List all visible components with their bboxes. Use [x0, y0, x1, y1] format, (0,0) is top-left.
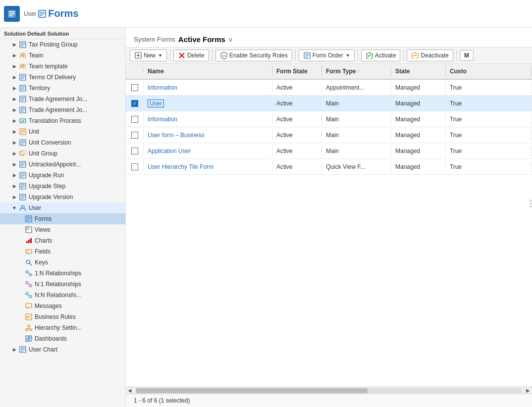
- form-order-button[interactable]: Form Order ▼: [299, 50, 355, 61]
- sidebar-child-messages[interactable]: Messages: [0, 301, 125, 311]
- expand-arrow: ▶: [11, 74, 18, 81]
- row-checkbox[interactable]: [126, 146, 144, 156]
- process-icon: [19, 117, 27, 125]
- sidebar-item-label: Upgrade Step: [29, 183, 65, 190]
- scrollbar-track[interactable]: [136, 388, 522, 393]
- hierarchy-icon: [25, 324, 33, 332]
- row-name-link[interactable]: Application User: [148, 148, 191, 154]
- sidebar-item-trade-agreement-2[interactable]: ▶ Trade Agreement Jo...: [0, 104, 125, 115]
- checkbox-unchecked[interactable]: [131, 132, 138, 139]
- scroll-left-arrow[interactable]: ◀: [126, 388, 134, 393]
- sidebar-child-fields[interactable]: Fields: [0, 246, 125, 257]
- row-name-link[interactable]: User form – Business: [148, 132, 205, 139]
- new-button[interactable]: New ▼: [130, 50, 167, 61]
- checkbox-checked[interactable]: ✓: [131, 100, 138, 107]
- sidebar-item-team[interactable]: ▶ Team: [0, 50, 125, 61]
- sidebar-item-unit-group[interactable]: ▶ Unit Group: [0, 148, 125, 159]
- more-button[interactable]: M: [460, 50, 474, 61]
- row-name[interactable]: Application User: [144, 146, 272, 156]
- sidebar-item-user-chart[interactable]: ▶ User Chart: [0, 344, 125, 355]
- sidebar-item-upgrade-version[interactable]: ▶ Upgrade Version: [0, 192, 125, 203]
- toolbar-sep-2: [212, 50, 213, 61]
- row-checkbox[interactable]: [126, 114, 144, 125]
- sidebar-child-forms[interactable]: Forms: [0, 213, 125, 224]
- app-header: User Forms: [0, 0, 532, 28]
- row-name[interactable]: Information: [144, 114, 272, 125]
- sidebar-item-unit[interactable]: ▶ Unit: [0, 126, 125, 137]
- row-form-type: Main: [322, 98, 391, 109]
- sidebar-item-user[interactable]: ▼ User: [0, 203, 125, 213]
- sidebar-child-1n-relationships[interactable]: 1:N Relationships: [0, 268, 125, 279]
- scroll-right-arrow[interactable]: ▶: [524, 388, 532, 393]
- expand-arrow: ▶: [11, 96, 18, 102]
- grid-col-name[interactable]: Name: [144, 66, 272, 77]
- delete-button[interactable]: Delete: [173, 50, 209, 61]
- row-name-link[interactable]: Information: [148, 84, 177, 91]
- scrollbar-thumb[interactable]: [136, 388, 368, 393]
- entity-icon: [19, 73, 27, 81]
- row-name-link[interactable]: Information: [148, 116, 177, 123]
- sidebar-item-untracked[interactable]: ▶ UntrackedAppoint...: [0, 159, 125, 170]
- expand-arrow: ▶: [11, 63, 18, 70]
- checkbox-unchecked[interactable]: [131, 163, 138, 170]
- enable-security-button[interactable]: Enable Security Roles: [215, 50, 292, 61]
- row-checkbox[interactable]: [126, 130, 144, 141]
- row-name[interactable]: User: [144, 98, 272, 109]
- sidebar-item-upgrade-step[interactable]: ▶ Upgrade Step: [0, 181, 125, 192]
- expand-arrow: ▶: [11, 52, 18, 59]
- messages-icon: [25, 302, 33, 310]
- svg-rect-73: [29, 285, 32, 287]
- row-name[interactable]: Information: [144, 82, 272, 93]
- row-checkbox[interactable]: [126, 161, 144, 172]
- sidebar-child-charts[interactable]: Charts: [0, 235, 125, 246]
- sidebar-child-label: Keys: [35, 259, 48, 266]
- sidebar-item-trade-agreement-1[interactable]: ▶ Trade Agreement Jo...: [0, 94, 125, 104]
- sidebar-item-unit-conversion[interactable]: ▶ Unit Conversion: [0, 137, 125, 148]
- row-form-state: Active: [272, 82, 322, 93]
- horizontal-scrollbar[interactable]: ◀ ▶: [126, 387, 532, 394]
- sidebar-item-tax-posting-group[interactable]: ▶ Tax Posting Group: [0, 39, 125, 50]
- data-grid: Name Form State Form Type ↑ State Custo: [126, 64, 532, 407]
- grid-col-form-state[interactable]: Form State: [272, 66, 322, 77]
- grid-col-form-type[interactable]: Form Type ↑: [322, 66, 391, 77]
- expand-arrow: ▼: [11, 204, 18, 211]
- sidebar-child-nn-relationships[interactable]: N:N Relationshi...: [0, 290, 125, 301]
- col-form-type-label: Form Type: [326, 68, 356, 75]
- deactivate-button[interactable]: Deactivate: [407, 50, 453, 61]
- breadcrumb-dropdown[interactable]: ∨: [228, 36, 233, 43]
- activate-button[interactable]: Activate: [361, 50, 401, 61]
- entity-icon: [19, 139, 27, 147]
- grid-col-customizable[interactable]: Custo: [446, 66, 532, 77]
- user-label: User: [24, 10, 36, 17]
- checkbox-unchecked[interactable]: [131, 148, 138, 154]
- sidebar-child-business-rules[interactable]: Business Rules: [0, 311, 125, 322]
- sidebar-item-terms-of-delivery[interactable]: ▶ Terms Of Delivery: [0, 72, 125, 83]
- row-name[interactable]: User form – Business: [144, 130, 272, 141]
- row-name-link[interactable]: User Hierarchy Tile Form: [148, 163, 213, 170]
- expand-arrow: ▶: [11, 128, 18, 135]
- sidebar-child-dashboards[interactable]: Dashboards: [0, 333, 125, 344]
- expand-arrow: ▶: [11, 172, 18, 179]
- sidebar-item-territory[interactable]: ▶ Territory: [0, 83, 125, 94]
- grid-col-state[interactable]: State: [391, 66, 446, 77]
- row-checkbox[interactable]: ✓: [126, 98, 144, 109]
- sidebar-item-label: Unit Group: [29, 150, 57, 157]
- sidebar-item-upgrade-run[interactable]: ▶ Upgrade Run: [0, 170, 125, 181]
- row-name[interactable]: User Hierarchy Tile Form: [144, 161, 272, 172]
- table-row: ✓ User Active Main Managed True: [126, 96, 532, 111]
- sidebar-child-keys[interactable]: Keys: [0, 257, 125, 268]
- row-checkbox[interactable]: [126, 82, 144, 93]
- checkbox-unchecked[interactable]: [131, 84, 138, 91]
- row-customizable: True: [446, 82, 532, 93]
- sidebar-child-n1-relationships[interactable]: N:1 Relationships: [0, 279, 125, 290]
- checkbox-unchecked[interactable]: [131, 116, 138, 123]
- svg-point-81: [26, 329, 28, 331]
- sidebar-item-translation-process[interactable]: ▶ Translation Process: [0, 115, 125, 126]
- sidebar-item-team-template[interactable]: ▶ Team template: [0, 61, 125, 72]
- sidebar-child-label: Fields: [35, 248, 51, 255]
- grid-header: Name Form State Form Type ↑ State Custo: [126, 64, 532, 80]
- row-name-link[interactable]: User: [148, 100, 164, 107]
- sidebar-child-views[interactable]: Views: [0, 224, 125, 235]
- sidebar-child-hierarchy-settings[interactable]: Hierarchy Settin...: [0, 322, 125, 333]
- col-state-label: State: [395, 68, 410, 75]
